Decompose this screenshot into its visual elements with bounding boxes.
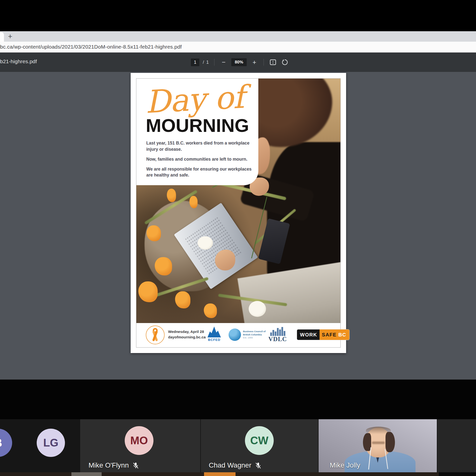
participant-tile-mike-oflynn[interactable]: MO Mike O'Flynn [80, 419, 200, 472]
screen-share-view: + bc.ca/wp-content/uploads/2021/03/2021D… [0, 0, 476, 476]
address-bar[interactable]: bc.ca/wp-content/uploads/2021/03/2021DoM… [0, 42, 476, 53]
video-person-hair [363, 433, 371, 451]
business-council-globe-icon [229, 328, 241, 341]
pdf-toolbar: b21-highres.pdf 1 / 1 − 80% + [0, 53, 476, 72]
photo-hand [215, 250, 235, 270]
zoom-in-button[interactable]: + [250, 58, 259, 66]
event-website: dayofmourning.bc.ca [168, 334, 206, 340]
photo-tulip [147, 225, 161, 241]
call-participant-strip: B LG MO Mike O'Flynn CW Chad Wagner [0, 419, 476, 472]
vdlc-label: VDLC [267, 336, 288, 342]
poster-paragraph: We are all responsible for ensuring our … [146, 166, 253, 178]
poster-title-script: Day of [145, 82, 245, 118]
bcfed-logo: BCFED [206, 327, 222, 342]
worksafebc-bc: BC [338, 332, 346, 338]
participant-name: Mike Jolly [330, 461, 360, 469]
business-council-logo: Business Council of British Columbia Est… [229, 328, 266, 341]
participant-tile-mike-jolly-video[interactable]: Mike Jolly [319, 419, 437, 472]
sliver-segment [439, 472, 476, 476]
photo-tulip [189, 196, 198, 208]
photo-carnation [249, 301, 266, 317]
fit-page-icon[interactable] [269, 58, 277, 66]
avatar: MO [125, 426, 153, 455]
photo-tulip [167, 189, 176, 202]
worksafebc-logo: WORK SAFE BC [297, 329, 349, 340]
pdf-viewer-area[interactable]: Day of MOURNING Last year, 151 B.C. work… [0, 72, 476, 380]
business-council-text: British Columbia [243, 333, 266, 336]
poster-copy: Last year, 151 B.C. workers died from a … [146, 140, 253, 182]
participant-name: Mike O'Flynn [89, 461, 129, 469]
zoom-out-button[interactable]: − [219, 58, 228, 66]
mic-muted-icon [132, 462, 139, 469]
poster-text-panel: Day of MOURNING Last year, 151 B.C. work… [136, 79, 258, 185]
pdf-page: Day of MOURNING Last year, 151 B.C. work… [131, 73, 346, 353]
poster-paragraph: Last year, 151 B.C. workers died from a … [146, 140, 253, 152]
photo-tulip [175, 291, 190, 308]
page-count-label: / 1 [203, 60, 209, 65]
vdlc-skyline-icon [267, 327, 288, 336]
bcfed-mountain-icon [208, 327, 221, 337]
video-person-face-shadow [372, 442, 385, 444]
active-tab-edge[interactable] [0, 32, 4, 42]
rotate-icon[interactable] [281, 58, 289, 66]
toolbar-divider [264, 59, 264, 66]
video-person-hair [386, 432, 395, 452]
participant-tile-partial[interactable]: B LG [0, 419, 80, 472]
participant-tile-edge [437, 419, 476, 472]
new-tab-button[interactable]: + [5, 32, 15, 41]
poster-paragraph: Now, families and communities are left t… [146, 156, 253, 162]
bcfed-label: BCFED [206, 338, 222, 342]
letterbox-band [0, 380, 476, 419]
business-council-text: Business Council of [243, 330, 266, 333]
participant-tile-chad-wagner[interactable]: CW Chad Wagner [201, 419, 318, 472]
sliver-segment [204, 472, 236, 476]
video-person-hair [366, 427, 391, 434]
avatar: CW [245, 426, 274, 455]
worksafebc-safe: SAFE [322, 332, 336, 338]
mic-muted-icon [254, 462, 262, 469]
poster-title-main: MOURNING [146, 116, 249, 135]
photo-carnation [198, 236, 213, 250]
avatar: LG [37, 429, 65, 457]
photo-tulip [204, 303, 217, 318]
sliver-segment [71, 472, 102, 476]
worksafebc-work: WORK [297, 329, 320, 340]
url-text[interactable]: bc.ca/wp-content/uploads/2021/03/2021DoM… [0, 44, 182, 50]
zoom-level-display[interactable]: 80% [231, 58, 247, 66]
photo-tulip [155, 257, 172, 275]
business-council-est: Est. 1966 [243, 336, 266, 339]
page-number-input[interactable]: 1 [191, 59, 199, 66]
event-date-block: Wednesday, April 28 dayofmourning.bc.ca [168, 329, 206, 340]
poster-logo-strip: Wednesday, April 28 dayofmourning.bc.ca … [136, 323, 340, 347]
toolbar-divider [214, 59, 214, 66]
vdlc-logo: VDLC [267, 327, 288, 342]
next-row-sliver [0, 472, 476, 476]
browser-tab-strip: + [0, 31, 476, 42]
poster-frame: Day of MOURNING Last year, 151 B.C. work… [136, 78, 341, 348]
pdf-filename: b21-highres.pdf [0, 59, 37, 64]
participant-name: Chad Wagner [209, 461, 251, 469]
avatar: B [0, 429, 12, 457]
day-of-mourning-ribbon-icon [146, 326, 165, 344]
event-date: Wednesday, April 28 [168, 329, 206, 334]
photo-tulip [138, 281, 158, 302]
pdf-toolbar-controls: 1 / 1 − 80% + [191, 53, 289, 72]
